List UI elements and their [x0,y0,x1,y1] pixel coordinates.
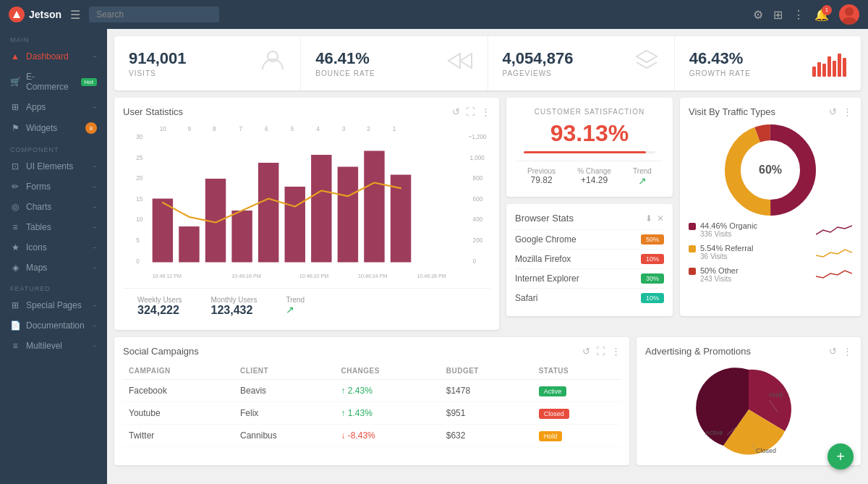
other-sub: 243 Visits [700,275,739,283]
download-icon[interactable]: ⬇ [645,213,652,224]
sidebar-item-multilevel[interactable]: ≡ Multilevel − [0,336,107,356]
app-name: Jetson [29,9,61,20]
widgets-badge: 8 [85,122,97,134]
maps-icon: ◈ [10,263,20,273]
layers-icon [634,48,660,79]
other-dot [689,268,696,275]
sidebar-label-apps: Apps [26,102,87,112]
previous-label: Previous [527,167,556,175]
bottom-section: Social Campaigns ↺ ⛶ ⋮ CAMPAIGN CLIENT [114,337,861,465]
sidebar-label-uielements: UI Elements [26,161,87,171]
other-label: 50% Other [700,266,739,275]
browser-row-firefox: Mozilla Firefox 10% [515,249,664,268]
budget-twitter: $632 [441,425,533,447]
col-status: STATUS [533,362,621,380]
sidebar-item-documentation[interactable]: 📄 Documentation − [0,315,107,336]
svg-text:Closed: Closed [756,447,776,454]
fab-button[interactable]: + [827,443,854,470]
sidebar-item-widgets[interactable]: ⚑ Widgets 8 [0,117,107,139]
sidebar-item-maps[interactable]: ◈ Maps − [0,258,107,278]
sidebar-item-specialpages[interactable]: ⊞ Special Pages − [0,295,107,315]
person-icon [260,48,286,79]
notification-count: 1 [822,5,832,15]
refresh-icon[interactable]: ↺ [452,106,460,117]
advertising-panel: Advertising & Promotions ↺ ⋮ [637,337,861,465]
client-facebook: Beavis [234,380,335,402]
svg-rect-32 [179,226,199,263]
weekly-users-value: 324,222 [137,304,182,317]
sidebar-item-charts[interactable]: ◎ Charts − [0,197,107,217]
growth-mini-chart [812,51,846,77]
sidebar-section-featured: FEATURED [0,278,107,295]
search-input[interactable] [89,7,219,22]
stat-bounce-text: 46.41% BOUNCE RATE [315,49,375,77]
col-changes: CHANGES [335,362,440,380]
sidebar-item-apps[interactable]: ⊞ Apps − [0,97,107,117]
collapse-arrow: − [93,322,97,330]
svg-rect-38 [338,167,358,263]
sidebar-label-maps: Maps [26,263,87,273]
organic-sub: 336 Visits [700,230,757,238]
refresh-social-icon[interactable]: ↺ [582,346,590,357]
satisfaction-value: 93.13% [516,120,663,147]
sidebar-label-tables: Tables [26,222,87,232]
more-icon[interactable]: ⋮ [793,8,804,22]
status-badge-active: Active [539,386,567,396]
tables-icon: ≡ [10,222,20,232]
expand-icon[interactable]: ⛶ [466,106,475,117]
sidebar-item-dashboard[interactable]: ▲ Dashboard − [0,46,107,67]
more-social-icon[interactable]: ⋮ [611,346,621,357]
sidebar-item-ecommerce[interactable]: 🛒 E-Commerce Hot [0,67,107,97]
svg-text:15: 15 [136,195,142,202]
trend-stat: Trend ↗ [286,296,305,317]
svg-rect-36 [285,187,305,263]
more-adv-icon[interactable]: ⋮ [843,346,852,357]
close-icon[interactable]: ✕ [657,213,664,224]
stat-card-pageviews: 4,054,876 PAGEVIEWS [488,36,675,90]
svg-text:400: 400 [473,216,483,223]
stat-visits-label: VISITS [129,69,187,77]
social-campaigns-panel: Social Campaigns ↺ ⛶ ⋮ CAMPAIGN CLIENT [114,337,629,465]
apps-icon: ⊞ [10,102,20,112]
refresh-adv-icon[interactable]: ↺ [829,346,837,357]
panel-actions: ↺ ⛶ ⋮ [452,106,490,117]
more-traffic-icon[interactable]: ⋮ [843,106,852,117]
hot-badge: Hot [81,78,97,86]
more-options-icon[interactable]: ⋮ [481,106,490,117]
svg-text:6: 6 [265,125,268,132]
icons-icon: ★ [10,242,20,252]
refresh-traffic-icon[interactable]: ↺ [829,106,837,117]
stat-pageviews-value: 4,054,876 [503,49,574,68]
sidebar-item-uielements[interactable]: ⊡ UI Elements − [0,156,107,177]
svg-text:8: 8 [213,125,216,132]
browser-row-safari: Safari 10% [515,288,664,307]
sidebar-item-icons[interactable]: ★ Icons − [0,237,107,258]
sidebar-item-forms[interactable]: ✏ Forms − [0,177,107,197]
sidebar-item-tables[interactable]: ≡ Tables − [0,217,107,237]
notification-bell[interactable]: 🔔 1 [814,8,829,22]
organic-sparkline [816,221,852,239]
grid-icon[interactable]: ⊞ [773,8,783,22]
expand-social-icon[interactable]: ⛶ [596,346,605,357]
table-row: Facebook Beavis ↑ 2.43% $1478 Active [123,380,621,402]
right-section: CUSTOMER SATISFACTION 93.13% Previous 79… [506,98,861,330]
monthly-users-value: 123,432 [211,304,258,317]
settings-icon[interactable]: ⚙ [753,8,763,22]
svg-text:~1,200: ~1,200 [469,133,487,140]
avatar[interactable] [839,4,859,25]
collapse-arrow: − [93,163,97,171]
budget-youtube: $951 [441,402,533,425]
satisfaction-progress-bar [524,151,655,153]
svg-text:60%: 60% [759,164,782,176]
svg-marker-5 [460,54,472,68]
collapse-arrow: − [93,103,97,111]
hamburger-icon[interactable]: ☰ [70,8,80,22]
ecommerce-icon: 🛒 [10,77,20,87]
content-area: 914,001 VISITS 46.41% BOUNCE RATE 4,05 [107,29,868,484]
referral-sub: 36 Visits [700,252,753,260]
trend-label-sat: Trend [633,167,652,175]
traffic-actions: ↺ ⋮ [829,106,852,117]
svg-text:5: 5 [291,125,294,132]
col-campaign: CAMPAIGN [123,362,234,380]
sidebar-label-multilevel: Multilevel [26,341,87,351]
